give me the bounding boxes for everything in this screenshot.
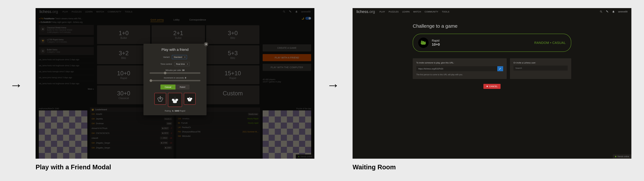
king-white-icon <box>186 95 193 102</box>
logo[interactable]: lichess.org <box>40 10 58 14</box>
tab-correspondence[interactable]: Correspondence <box>189 19 206 22</box>
challenges-icon[interactable] <box>289 10 292 13</box>
online-dot-icon <box>298 156 299 157</box>
time-control: 10+0 <box>432 42 440 47</box>
friends-online[interactable]: friends online <box>613 154 632 159</box>
leader-item[interactable]: GMZhigalko_Sergei♞ 2798-13 <box>90 140 174 145</box>
tv-user[interactable]: realhomeofNexOr 2040 <box>39 107 87 110</box>
leader-item[interactable]: GMZhigalko_Sergei♞ 2587 <box>90 145 174 150</box>
nav-tools[interactable]: TOOLS <box>442 11 449 13</box>
lobby-tabs: Quick pairing Lobby Correspondence <box>97 17 260 24</box>
color-white[interactable] <box>184 93 196 105</box>
invite-label: To invite someone to play, give this URL… <box>416 62 503 64</box>
play-with-computer-button[interactable]: PLAY WITH THE COMPUTER <box>263 64 311 71</box>
username[interactable]: serene99 <box>618 10 628 13</box>
page-title: Challenge to a game <box>413 23 571 29</box>
logo[interactable]: lichess.org <box>356 10 375 14</box>
winner-item[interactable]: LMPeshkaCh <box>176 125 260 130</box>
cancel-button[interactable]: ✖ CANCEL <box>484 84 500 89</box>
nav-learn[interactable]: LEARN <box>85 11 93 13</box>
friends-online[interactable]: friends online <box>296 154 314 159</box>
rated-button[interactable]: Rated <box>176 85 190 90</box>
screen-waiting-room: lichess.org PLAY PUZZLES LEARN WATCH COM… <box>352 8 632 159</box>
nav-puzzles[interactable]: PUZZLES <box>389 11 399 13</box>
tournament-card[interactable]: ⊞ Bullet Swiss 2 players • now <box>39 47 94 55</box>
simul-item[interactable]: sai_tama hosts not bughouse simul 2 days… <box>39 63 94 68</box>
leader-item[interactable]: cdassi6♘ 2912-16 <box>90 136 174 140</box>
tournament-card[interactable]: 🏆 ≤1700 Rapid Arena 7 players • in 5 min… <box>39 37 94 45</box>
copy-url-button[interactable] <box>497 66 503 71</box>
nav: PLAY PUZZLES LEARN WATCH COMMUNITY TOOLS <box>380 11 450 13</box>
or-invite-label: Or invite a Lichess user: <box>514 62 568 64</box>
theme-toggle[interactable] <box>305 17 311 20</box>
variant-select[interactable]: Standard <box>172 55 187 59</box>
challenge-url-input[interactable] <box>416 66 497 71</box>
color-black[interactable] <box>154 93 166 105</box>
nav-watch[interactable]: WATCH <box>413 11 421 13</box>
featured-board[interactable] <box>39 110 87 159</box>
time-option[interactable]: Custom <box>206 85 260 104</box>
modal-title: Play with a friend <box>148 48 202 52</box>
tab-lobby[interactable]: Lobby <box>173 19 180 22</box>
nav-learn[interactable]: LEARN <box>402 11 410 13</box>
close-icon[interactable]: ✕ <box>204 42 208 46</box>
winner-item[interactable]: FMDharyazedMasud7862021 Summer M... <box>176 130 260 134</box>
time-option[interactable]: 2+1Bullet <box>152 25 205 44</box>
winner-item[interactable]: GMArnellosHourly Rapid <box>176 117 260 121</box>
bell-icon[interactable] <box>295 10 298 13</box>
simul-item[interactable]: sai_tama hosts not bughouse simul 3 days… <box>39 81 94 86</box>
time-option[interactable]: 15+10Rapid <box>206 65 260 84</box>
bell-icon[interactable] <box>612 10 615 13</box>
increment-slider[interactable] <box>150 80 200 81</box>
winner-item[interactable]: IMFurruttiHourly rapid <box>176 121 260 125</box>
rating-line: Rating: ♞ 1643 Rapid <box>148 110 202 112</box>
nav-puzzles[interactable]: PUZZLES <box>72 11 82 13</box>
simul-item[interactable]: sai_tama joins kampj simul 3 days ago <box>39 75 94 80</box>
timecontrol-select[interactable]: Real time <box>174 62 190 66</box>
time-option[interactable]: 3+0Blitz <box>206 25 260 44</box>
puzzle-board[interactable] <box>263 110 311 159</box>
trophy-icon: 🏆 <box>40 39 45 43</box>
casual-button[interactable]: Casual <box>160 85 175 90</box>
winner-item[interactable]: NMBlitzbullet <box>176 134 260 138</box>
nav-tools[interactable]: TOOLS <box>125 11 132 13</box>
time-option[interactable]: 1+0Bullet <box>97 25 150 44</box>
challenges-icon[interactable] <box>606 10 609 13</box>
simul-item[interactable]: sai_tama hosts kampja simul 3 days ago <box>39 69 94 74</box>
simul-item[interactable]: sai_tama hosts not bughouse simul 2 days… <box>39 57 94 62</box>
time-option[interactable]: 3+2Blitz <box>97 45 150 64</box>
stream-item[interactable]: ● FM FedaMaster Twitch viewers Arena wit… <box>39 17 94 20</box>
color-random[interactable] <box>168 93 182 107</box>
nav-community[interactable]: COMMUNITY <box>108 11 122 13</box>
leader-item[interactable]: AhmetYirYirTPosh♞ 2617-7 <box>90 126 174 131</box>
puzzle-label[interactable]: Puzzle of the day <box>263 107 311 110</box>
site-stats: 46,488 players 18,977 games in play <box>263 78 311 83</box>
play-with-friend-button[interactable]: PLAY WITH A FRIEND <box>263 54 311 61</box>
leader-item[interactable]: GMJepetitahourly 1 <box>90 117 174 121</box>
tournament-card[interactable]: ◉ Classical Shield Arena Battle for the … <box>39 25 94 35</box>
time-option[interactable]: 10+0Rapid <box>97 65 150 84</box>
search-icon[interactable] <box>600 10 602 13</box>
username[interactable]: serene99 <box>301 10 310 13</box>
invite-user-panel: Or invite a Lichess user: <box>510 58 571 79</box>
nav-play[interactable]: PLAY <box>62 11 68 13</box>
user-search-input[interactable] <box>514 66 568 71</box>
create-game-button[interactable]: CREATE A GAME <box>263 44 311 52</box>
time-option[interactable]: 5+3Blitz <box>206 45 260 64</box>
nav-play[interactable]: PLAY <box>380 11 385 13</box>
time-category: Rapid <box>432 39 440 42</box>
more-link[interactable]: More » <box>39 87 94 91</box>
tab-quick-pairing[interactable]: Quick pairing <box>150 19 164 22</box>
search-icon[interactable] <box>283 10 286 13</box>
nav-community[interactable]: COMMUNITY <box>425 11 438 13</box>
minutes-slider[interactable] <box>150 72 200 74</box>
close-icon: ✖ <box>486 85 488 88</box>
leader-item[interactable]: GMCSCSCSCSCS♞ 2672-2 <box>90 131 174 136</box>
caption-right: Waiting Room <box>352 163 396 171</box>
time-option[interactable]: 30+0Classical <box>97 85 150 104</box>
leader-item[interactable]: GMDrvitman3200 <box>90 121 174 126</box>
nav-watch[interactable]: WATCH <box>96 11 104 13</box>
king-random-icon <box>170 96 179 104</box>
screen-play-with-friend: lichess.org PLAY PUZZLES LEARN WATCH COM… <box>36 8 314 159</box>
stream-item[interactable]: ● CLSmith15 Friday night game night - li… <box>39 20 94 24</box>
